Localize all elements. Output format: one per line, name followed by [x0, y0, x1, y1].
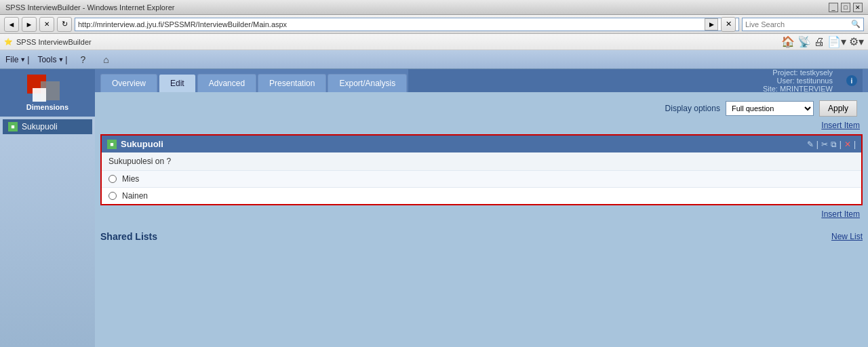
app-container: File ▼ | Tools ▼ | ? ⌂ Dimensions ■	[0, 50, 868, 347]
tools-menu[interactable]: Tools ▼ |	[37, 55, 67, 64]
back-button[interactable]: ◄	[4, 17, 19, 32]
app-toolbar: File ▼ | Tools ▼ | ? ⌂	[0, 50, 868, 69]
option-mies-label: Mies	[122, 174, 139, 184]
brand-area: Dimensions	[0, 69, 95, 117]
go-button[interactable]: ▶	[705, 18, 718, 30]
sidebar-item-label: Sukupuoli	[22, 122, 58, 131]
separator1: |	[816, 140, 818, 149]
insert-item-link-bottom[interactable]: Insert Item	[100, 208, 863, 220]
copy-question-button[interactable]: ⧉	[831, 140, 837, 149]
live-search-box[interactable]: 🔍	[742, 18, 864, 31]
display-options-label: Display options	[665, 104, 720, 113]
pipe-divider: |	[27, 55, 29, 64]
favorites-label[interactable]: SPSS InterviewBuilder	[16, 38, 92, 46]
new-list-link[interactable]: New List	[831, 232, 863, 241]
shared-lists-title: Shared Lists	[100, 231, 157, 242]
question-actions: ✎ | ✂ ⧉ | ✕ |	[807, 140, 856, 149]
forward-button[interactable]: ►	[22, 17, 37, 32]
tab-edit[interactable]: Edit	[159, 74, 196, 92]
user-label: User: testitunnus	[763, 77, 833, 85]
question-title-area: ■ Sukupuoli	[107, 139, 163, 149]
tools-menu-arrow: ▼	[58, 56, 64, 63]
help-button[interactable]: ?	[75, 52, 90, 67]
address-text: http://mrinterview.ad.jyu.fi/SPSSMR/Inte…	[78, 20, 705, 28]
tab-export-analysis[interactable]: Export/Analysis	[328, 74, 407, 92]
refresh-button[interactable]: ↻	[57, 17, 72, 32]
favorites-star-icon: ⭐	[4, 38, 12, 45]
display-options-bar: Display options Full question Compact Su…	[100, 98, 863, 119]
separator2: |	[840, 140, 842, 149]
project-details: Project: testkysely User: testitunnus Si…	[763, 69, 833, 93]
favorites-bar: ⭐ SPSS InterviewBuilder 🏠 📡 🖨 📄▾ ⚙▾	[0, 34, 868, 50]
search-input[interactable]	[745, 20, 851, 28]
question-option-nainen: Nainen	[102, 187, 861, 204]
display-options-select[interactable]: Full question Compact Summary	[726, 101, 814, 116]
favorites-right-controls: 🏠 📡 🖨 📄▾ ⚙▾	[781, 35, 864, 48]
content-area: Display options Full question Compact Su…	[95, 92, 868, 347]
tab-overview[interactable]: Overview	[100, 74, 157, 92]
pipe-divider2: |	[65, 55, 67, 64]
option-nainen-label: Nainen	[122, 191, 148, 201]
address-bar[interactable]: http://mrinterview.ad.jyu.fi/SPSSMR/Inte…	[75, 18, 739, 31]
question-title: Sukupuoli	[121, 139, 163, 149]
page-menu-icon[interactable]: 📄▾	[827, 35, 846, 48]
main-panel: Overview Edit Advanced Presentation Expo…	[95, 69, 868, 347]
radio-mies[interactable]	[108, 175, 117, 183]
browser-toolbar: ◄ ► ✕ ↻ http://mrinterview.ad.jyu.fi/SPS…	[0, 15, 868, 34]
radio-nainen[interactable]	[108, 192, 117, 200]
browser-window-controls: _ □ ✕	[829, 3, 863, 12]
close-button[interactable]: ✕	[853, 3, 863, 12]
cut-question-button[interactable]: ✂	[821, 140, 828, 149]
home-app-button[interactable]: ⌂	[98, 52, 113, 67]
file-menu-arrow: ▼	[20, 56, 26, 63]
question-type-icon: ■	[107, 140, 117, 149]
question-header: ■ Sukupuoli ✎ | ✂ ⧉ | ✕ |	[102, 136, 861, 152]
restore-button[interactable]: □	[841, 3, 850, 12]
brand-name: Dimensions	[26, 103, 68, 111]
logo-white-block	[33, 88, 46, 102]
minimize-button[interactable]: _	[829, 3, 838, 12]
insert-item-link-top[interactable]: Insert Item	[100, 119, 863, 131]
browser-title: SPSS InterviewBuilder - Windows Internet…	[5, 3, 174, 12]
tab-advanced[interactable]: Advanced	[197, 74, 256, 92]
shared-lists-section: Shared Lists New List	[100, 228, 863, 245]
edit-question-button[interactable]: ✎	[807, 140, 814, 149]
question-text: Sukupuolesi on ?	[102, 152, 861, 170]
tools-menu-icon[interactable]: ⚙▾	[849, 35, 864, 48]
app-content: Dimensions ■ Sukupuoli Overview Edit Adv…	[0, 69, 868, 347]
apply-button[interactable]: Apply	[819, 100, 857, 117]
left-panel: Dimensions ■ Sukupuoli	[0, 69, 95, 347]
search-icon[interactable]: 🔍	[851, 20, 861, 28]
file-menu[interactable]: File ▼ |	[5, 55, 29, 64]
project-label: Project: testkysely	[763, 69, 833, 77]
tab-presentation[interactable]: Presentation	[258, 74, 326, 92]
stop-button[interactable]: ✕	[39, 17, 54, 32]
delete-question-button[interactable]: ✕	[844, 140, 851, 149]
browser-titlebar: SPSS InterviewBuilder - Windows Internet…	[0, 0, 868, 15]
info-icon[interactable]: i	[846, 75, 857, 86]
question-block: ■ Sukupuoli ✎ | ✂ ⧉ | ✕ | Su	[100, 134, 863, 205]
sidebar-item-sukupuoli[interactable]: ■ Sukupuoli	[3, 119, 92, 134]
print-icon[interactable]: 🖨	[814, 36, 825, 48]
home-icon[interactable]: 🏠	[781, 35, 795, 48]
question-option-mies: Mies	[102, 170, 861, 187]
brand-logo	[27, 75, 68, 100]
tabs-bar: Overview Edit Advanced Presentation Expo…	[95, 69, 868, 92]
reload-button[interactable]: ✕	[721, 17, 736, 32]
feeds-icon[interactable]: 📡	[797, 35, 811, 48]
sidebar-item-icon: ■	[8, 122, 18, 131]
project-info: Project: testkysely User: testitunnus Si…	[408, 69, 863, 92]
separator3: |	[854, 140, 856, 149]
